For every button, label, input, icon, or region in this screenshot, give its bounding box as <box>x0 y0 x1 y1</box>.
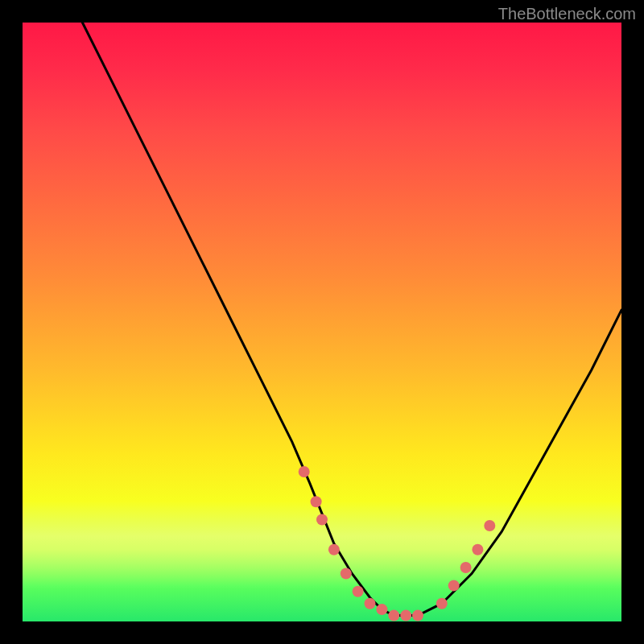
chart-stage: TheBottleneck.com <box>0 0 644 644</box>
marker-dot <box>436 598 448 609</box>
plot-highlight-band <box>23 501 621 589</box>
marker-dot <box>448 580 460 591</box>
marker-dot <box>311 496 322 507</box>
marker-series <box>299 466 496 621</box>
marker-dot <box>472 544 483 555</box>
marker-dot <box>484 520 495 531</box>
marker-dot <box>376 604 387 615</box>
marker-dot <box>412 610 423 621</box>
marker-dot <box>400 610 411 621</box>
marker-dot <box>365 598 376 609</box>
marker-dot <box>299 466 310 477</box>
watermark-text: TheBottleneck.com <box>498 5 636 23</box>
plot-area <box>23 23 621 621</box>
marker-dot <box>353 586 364 597</box>
curve-series <box>82 23 621 616</box>
marker-dot <box>316 514 328 526</box>
chart-svg <box>23 23 621 621</box>
curve-path <box>82 23 621 616</box>
marker-dot <box>388 610 399 621</box>
marker-dot <box>460 562 472 573</box>
marker-dot <box>341 568 352 580</box>
marker-dot <box>328 544 340 555</box>
